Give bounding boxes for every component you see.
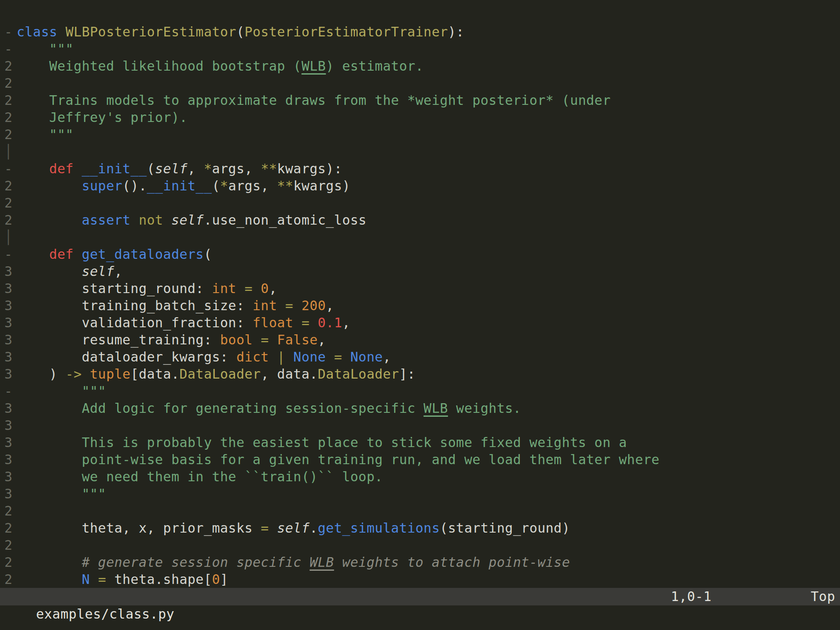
fold-column-marker: 2 [4,537,17,554]
code-line[interactable]: 2 Weighted likelihood bootstrap (WLB) es… [4,57,840,75]
code-line[interactable]: 2 N = theta.shape[0] [4,571,840,588]
fold-column-marker: 2 [4,211,17,229]
code-text [17,502,840,519]
code-line[interactable]: 2 theta, x, prior_masks = self.get_simul… [4,519,840,537]
fold-column-marker: 2 [4,177,17,194]
code-text: theta, x, prior_masks = self.get_simulat… [17,519,840,537]
code-text: Jeffrey's prior). [17,109,840,126]
code-text: we need them in the ``train()`` loop. [17,468,840,485]
code-line[interactable]: 2 [4,194,840,211]
fold-column-marker: │ [4,229,17,246]
code-text: super().__init__(*args, **kwargs) [17,177,840,194]
code-text: validation_fraction: float = 0.1, [17,314,840,331]
fold-column-marker: 3 [4,314,17,331]
fold-column-marker: 2 [4,554,17,571]
code-text: starting_round: int = 0, [17,280,840,297]
fold-column-marker: 3 [4,280,17,297]
code-text [17,229,840,246]
code-text: def __init__(self, *args, **kwargs): [17,160,840,177]
code-text: """ [17,485,840,502]
code-line[interactable]: │ [4,229,840,246]
code-line[interactable]: - """ [4,383,840,400]
fold-column-marker: 3 [4,348,17,365]
fold-column-marker: 3 [4,400,17,417]
fold-column-marker: - [4,383,17,400]
code-area[interactable]: -class WLBPosteriorEstimator(PosteriorEs… [0,0,840,588]
code-line[interactable]: 2 Jeffrey's prior). [4,109,840,126]
code-line[interactable]: 3 dataloader_kwargs: dict | None = None, [4,348,840,365]
code-line[interactable]: 3 Add logic for generating session-speci… [4,400,840,417]
fold-column-marker: │ [4,143,17,160]
code-line[interactable]: -class WLBPosteriorEstimator(PosteriorEs… [4,23,840,40]
code-text: self, [17,263,840,280]
fold-column-marker: 2 [4,75,17,92]
code-line[interactable]: 2 assert not self.use_non_atomic_loss [4,211,840,229]
code-line[interactable]: 2 [4,537,840,554]
code-text [17,417,840,434]
code-text: dataloader_kwargs: dict | None = None, [17,348,840,365]
code-text: resume_training: bool = False, [17,331,840,348]
vim-window: -class WLBPosteriorEstimator(PosteriorEs… [0,0,840,630]
code-text: ) -> tuple[data.DataLoader, data.DataLoa… [17,365,840,383]
fold-column-marker: 2 [4,109,17,126]
fold-column-marker: 2 [4,126,17,143]
code-line[interactable]: 2 super().__init__(*args, **kwargs) [4,177,840,194]
code-line[interactable]: 2 Trains models to approximate draws fro… [4,92,840,109]
code-text [17,537,840,554]
fold-column-marker: 2 [4,502,17,519]
code-line[interactable]: 3 point-wise basis for a given training … [4,451,840,468]
fold-column-marker: 2 [4,571,17,588]
code-line[interactable]: 3 training_batch_size: int = 200, [4,297,840,314]
code-text: """ [17,126,840,143]
fold-column-marker: 3 [4,365,17,383]
code-line[interactable]: - """ [4,40,840,57]
fold-column-marker: - [4,23,17,40]
statusbar-cursor-position: 1,0-1 [671,588,712,605]
statusbar-filename: examples/class.py [36,606,174,622]
code-line[interactable]: 3 resume_training: bool = False, [4,331,840,348]
code-line[interactable]: 2 [4,502,840,519]
fold-column-marker: 2 [4,57,17,75]
code-line[interactable]: 3 """ [4,485,840,502]
code-line[interactable]: │ [4,143,840,160]
fold-column-marker: 3 [4,468,17,485]
statusline: examples/class.py 1,0-1 Top [0,588,840,605]
code-line[interactable]: 3 starting_round: int = 0, [4,280,840,297]
code-text: """ [17,40,840,57]
code-line[interactable]: 3 we need them in the ``train()`` loop. [4,468,840,485]
fold-column-marker: 3 [4,451,17,468]
code-text: assert not self.use_non_atomic_loss [17,211,840,229]
code-text: Add logic for generating session-specifi… [17,400,840,417]
code-text: Weighted likelihood bootstrap (WLB) esti… [17,57,840,75]
code-text [17,194,840,211]
code-line[interactable]: - def get_dataloaders( [4,246,840,263]
code-text [17,75,840,92]
fold-column-marker: 2 [4,194,17,211]
fold-column-marker: - [4,246,17,263]
fold-column-marker: 3 [4,263,17,280]
code-line[interactable]: 2 """ [4,126,840,143]
fold-column-marker: 3 [4,485,17,502]
code-text: N = theta.shape[0] [17,571,840,588]
fold-column-marker: - [4,40,17,57]
code-line[interactable]: 3 self, [4,263,840,280]
code-text: class WLBPosteriorEstimator(PosteriorEst… [17,23,840,40]
fold-column-marker: 2 [4,519,17,537]
fold-column-marker: 3 [4,331,17,348]
code-text: """ [17,383,840,400]
fold-column-marker: 3 [4,434,17,451]
statusbar-scroll-indicator: Top [811,588,835,605]
code-line[interactable]: 3 validation_fraction: float = 0.1, [4,314,840,331]
fold-column-marker: - [4,160,17,177]
code-line[interactable]: 2 [4,75,840,92]
code-line[interactable]: 2 # generate session specific WLB weight… [4,554,840,571]
code-line[interactable]: 3 ) -> tuple[data.DataLoader, data.DataL… [4,365,840,383]
code-text: def get_dataloaders( [17,246,840,263]
code-text: point-wise basis for a given training ru… [17,451,840,468]
code-text: Trains models to approximate draws from … [17,92,840,109]
code-line[interactable]: 3 This is probably the easiest place to … [4,434,840,451]
code-line[interactable]: 3 [4,417,840,434]
code-text [17,143,840,160]
code-text: # generate session specific WLB weights … [17,554,840,571]
code-line[interactable]: - def __init__(self, *args, **kwargs): [4,160,840,177]
